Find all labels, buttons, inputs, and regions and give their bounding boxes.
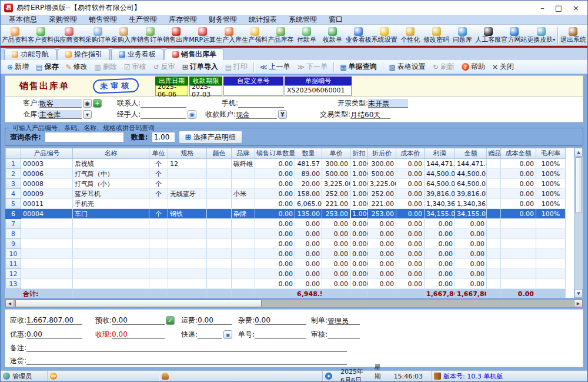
product-stock-button[interactable]: 产品库存 [268,25,293,45]
row-4-cost_price[interactable]: 0.00 [396,189,425,199]
row-8-gift[interactable] [487,229,501,239]
grid-col-header-11[interactable]: 折后价 [368,148,396,159]
row-11-order_qty[interactable]: 0.00 [255,259,295,269]
row-12-unit[interactable] [149,269,168,279]
row-3-name[interactable]: 打气筒（小） [73,179,149,189]
row-13-profit[interactable]: 0.00 [425,279,455,289]
grid-col-header-17[interactable]: 毛利率 [536,148,566,159]
row-9-discount[interactable]: 0.000 [350,239,368,249]
menu-item-1[interactable]: 基本信息 [3,15,43,24]
tab-sales-outbound[interactable]: 销售出库单 [165,48,224,60]
row-3-price[interactable]: 3,225.00 [322,179,350,189]
row-10-cost_amount[interactable] [501,249,536,259]
invoice-type-value[interactable]: 未开票 [368,99,408,108]
menu-item-3[interactable]: 销售管理 [83,15,123,24]
row-5-disc_price[interactable]: 221.00 [368,199,396,209]
row-9-order_qty[interactable]: 0.00 [255,239,295,249]
row-2-order_qty[interactable]: 0.00 [255,169,295,179]
grid-col-header-8[interactable]: 数量 [295,148,322,159]
row-4-brand[interactable]: 小米 [232,189,255,199]
row-5-profit[interactable]: 1,340,36... [425,199,455,209]
close-button[interactable]: ×关闭 [489,61,517,73]
row-13-qty[interactable]: 0.00 [295,279,322,289]
row-9-margin[interactable] [536,239,566,249]
row-5-margin[interactable]: 100% [536,199,566,209]
row-6-unit[interactable]: 个 [149,209,168,219]
vertical-scroll-track[interactable] [574,157,583,289]
row-9-qty[interactable]: 0.00 [295,239,322,249]
row-8-name[interactable] [73,229,149,239]
row-4-name[interactable]: 蓝牙耳机 [73,189,149,199]
horizontal-scrollbar[interactable]: ◀ ▶ [5,299,583,308]
official-website-button[interactable]: 官方网站 [501,25,527,45]
row-7-margin[interactable] [536,219,566,229]
row-10-profit[interactable]: 0.00 [425,249,455,259]
grid-row-8[interactable]: 80.000.000.000.0000.000.000.000.00 [6,229,566,239]
grid-row-12[interactable]: 120.000.000.000.0000.000.000.000.00 [6,269,566,279]
exit-system-button[interactable]: 退出系统 [560,25,586,45]
row-1-price[interactable]: 300.00 [322,159,350,169]
row-11-qty[interactable]: 0.00 [295,259,322,269]
scroll-left-icon[interactable]: ◀ [5,300,14,307]
new-button[interactable]: ⊕新增 [4,61,32,73]
row-13-price[interactable]: 0.00 [322,279,350,289]
row-7-order_qty[interactable]: 0.00 [255,219,295,229]
change-skin-button[interactable]: 更换皮肤▾ [527,25,555,45]
row-7-cost_price[interactable]: 0.00 [396,219,425,229]
row-2-price[interactable]: 500.00 [322,169,350,179]
auditor-value[interactable] [328,330,360,339]
row-7-color[interactable] [207,219,232,229]
row-13-order_qty[interactable]: 0.00 [255,279,295,289]
query-condition-input[interactable] [45,132,124,142]
row-1-disc_price[interactable]: 300.00 [368,159,396,169]
row-3-disc_price[interactable]: 3,225.00 [368,179,396,189]
row-2-brand[interactable] [232,169,255,179]
row-9-amount[interactable]: 0.00 [455,239,487,249]
row-13-name[interactable] [73,279,149,289]
vip-icon[interactable]: VIP [50,373,57,380]
purchase-order-button[interactable]: 采购订单 [85,25,111,45]
row-1-spec[interactable]: 12 [168,159,207,169]
advance-receive-value[interactable]: 0.00 [112,316,165,325]
row-7-discount[interactable]: 0.000 [350,219,368,229]
horizontal-scroll-track[interactable] [14,300,574,307]
grid-col-header-13[interactable]: 利润 [425,148,455,159]
row-1-cost_price[interactable]: 0.00 [396,159,425,169]
row-7-unit[interactable] [149,219,168,229]
row-3-gift[interactable] [487,179,501,189]
row-1-profit[interactable]: 144,471.00 [425,159,455,169]
menu-item-5[interactable]: 库存管理 [163,15,203,24]
row-5-price[interactable]: 221.00 [322,199,350,209]
business-dashboard-button[interactable]: 业务看板 [346,25,372,45]
row-4-discount[interactable]: 1.000 [350,189,368,199]
row-13-cost_price[interactable]: 0.00 [396,279,425,289]
doc-field-2-value[interactable]: 2025-07-03 [189,85,222,96]
row-4-code[interactable]: 00009 [21,189,73,199]
row-5-spec[interactable] [168,199,207,209]
cash-received-value[interactable]: 0.00 [112,330,165,339]
row-3-cost_price[interactable]: 0.00 [396,179,425,189]
customer-info-button[interactable]: 客户资料 [28,25,54,45]
save-button[interactable]: ▤保存 [33,61,61,73]
row-6-discount[interactable]: 1.000 [350,209,368,219]
select-product-button[interactable]: ⊞ 选择产品明细 [179,131,242,144]
row-5-color[interactable] [207,199,232,209]
handler-value[interactable] [141,110,186,119]
prev-bill-button[interactable]: ≪上一单 [257,61,293,73]
row-6-cost_price[interactable]: 0.00 [396,209,425,219]
warehouse-value[interactable]: 主仓库 [39,110,82,119]
row-10-disc_price[interactable]: 0.00 [368,249,396,259]
row-11-price[interactable]: 0.00 [322,259,350,269]
row-8-cost_amount[interactable] [501,229,536,239]
production-inbound-button[interactable]: 生产入库 [216,25,242,45]
row-7-cost_amount[interactable] [501,219,536,229]
row-6-discount-edit[interactable]: 1.000 [351,210,368,218]
row-13-margin[interactable] [536,279,566,289]
row-2-spec[interactable] [168,169,207,179]
contact-value[interactable] [141,99,186,108]
row-1-gift[interactable] [487,159,501,169]
add-customer-button[interactable]: + [93,99,102,108]
currency-button[interactable]: ¥ [278,110,287,119]
row-8-disc_price[interactable]: 0.00 [368,229,396,239]
row-9-profit[interactable]: 0.00 [425,239,455,249]
